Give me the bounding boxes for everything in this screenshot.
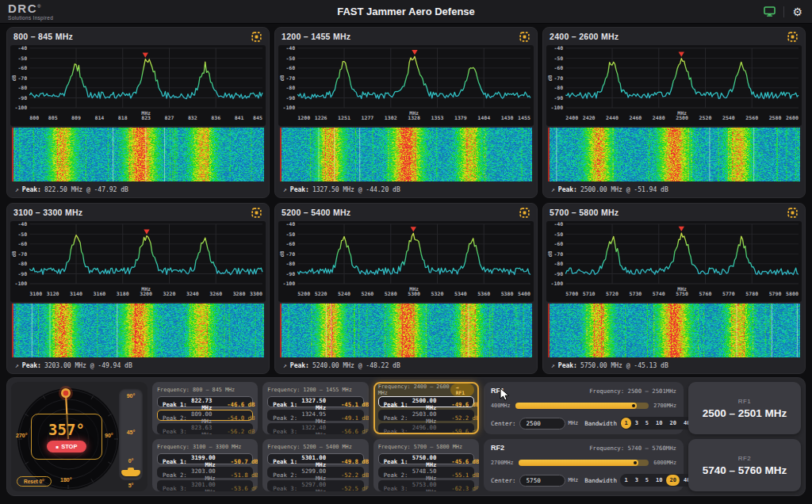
bandwidth-option-3[interactable]: 3 — [631, 475, 642, 486]
bandwidth-option-10[interactable]: 10 — [653, 418, 666, 429]
svg-text:-50: -50 — [17, 55, 27, 62]
elevation-handle[interactable] — [121, 470, 140, 476]
bandwidth-option-20[interactable]: 20 — [666, 418, 680, 429]
peak-row[interactable]: Peak 2:809.00 MHz-54.0 dB — [157, 410, 253, 421]
spectrum-chart: -40-50-60-70-80-90-100dB8008058098148188… — [10, 45, 266, 126]
peak-row-label: Peak 3: — [384, 485, 412, 492]
svg-text:2440: 2440 — [606, 115, 619, 121]
slider-min-label: 2700MHz — [491, 460, 514, 466]
svg-text:1200: 1200 — [297, 115, 310, 121]
bandwidth-label: Bandwidth — [584, 420, 617, 427]
chip-icon[interactable] — [787, 31, 799, 43]
svg-text:823: 823 — [141, 115, 151, 121]
svg-text:841: 841 — [235, 115, 244, 121]
chip-icon[interactable] — [251, 207, 262, 219]
svg-text:5280: 5280 — [385, 291, 397, 297]
rf-controls: RF1 Frequency: 2500 – 2501MHz 400MHz 270… — [484, 382, 684, 491]
chip-icon[interactable] — [519, 31, 530, 43]
peak-row-db: -53.6 dB — [220, 485, 259, 492]
svg-text:5200: 5200 — [297, 291, 310, 297]
svg-text:-80: -80 — [17, 261, 27, 267]
frequency-slider[interactable] — [519, 460, 649, 466]
svg-text:818: 818 — [118, 115, 128, 121]
rf-output-card[interactable]: RF25740 – 5760 MHz — [688, 439, 801, 491]
peak-table-title: Frequency: 5200 – 5400 MHz — [267, 444, 351, 450]
peak-row-db: -51.8 dB — [220, 472, 259, 479]
peak-row[interactable]: Peak 2:3203.00 MHz-51.8 dB — [157, 467, 253, 478]
display-icon[interactable] — [762, 5, 777, 18]
spectrum-panel: 2400 – 2600 MHz -40-50-60-70-80-90-100dB… — [542, 27, 806, 198]
logo-tagline: Solutions Inspired — [8, 16, 53, 21]
peak-row[interactable]: Peak 3:5753.00 MHz-62.3 dB — [378, 480, 474, 491]
svg-text:1251: 1251 — [338, 115, 350, 121]
frequency-slider[interactable] — [515, 403, 649, 409]
peak-row[interactable]: Peak 2:5299.00 MHz-52.2 dB — [267, 467, 363, 478]
peak-row[interactable]: Peak 2:5748.50 MHz-55.1 dB — [378, 467, 474, 478]
stop-label: STOP — [61, 443, 77, 450]
svg-text:MHz: MHz — [141, 286, 151, 292]
peak-row-db: -52.2 dB — [331, 472, 369, 479]
bandwidth-option-1[interactable]: 1 — [621, 418, 631, 429]
peak-row-label: Peak 1: — [273, 401, 301, 408]
svg-text:dB: dB — [279, 250, 285, 257]
chip-icon[interactable] — [251, 31, 262, 43]
bandwidth-option-5[interactable]: 5 — [642, 475, 652, 486]
bandwidth-option-5[interactable]: 5 — [642, 418, 652, 429]
peak-readout-label: Peak: — [22, 186, 41, 193]
center-frequency-input[interactable] — [519, 418, 565, 430]
rf-output-name: RF2 — [738, 455, 752, 462]
peak-row[interactable]: Peak 1:2500.00 MHz-49.6 dB — [378, 396, 474, 407]
stop-button[interactable]: ■ STOP — [47, 441, 87, 452]
peak-row-db: -45.6 dB — [441, 458, 479, 465]
center-unit-label: MHz — [569, 420, 579, 426]
peak-tables: Frequency: 800 – 845 MHz Peak 1:822.73 M… — [152, 382, 479, 491]
slider-fill — [519, 460, 639, 466]
settings-gear-icon[interactable]: ⚙ — [791, 5, 804, 19]
panel-title: 800 – 845 MHz — [13, 32, 73, 41]
waterfall-spectrogram — [12, 128, 264, 181]
rf-output-card[interactable]: RF12500 – 2501 MHz — [688, 382, 801, 434]
peak-row[interactable]: Peak 1:822.73 MHz-46.6 dB — [157, 396, 253, 407]
svg-text:-60: -60 — [17, 241, 27, 247]
peak-row[interactable]: Peak 3:2496.00 MHz-59.6 dB — [378, 423, 474, 434]
peak-row[interactable]: Peak 2:2503.00 MHz-52.2 dB — [378, 410, 474, 421]
peak-row[interactable]: Peak 3:5297.00 MHz-52.5 dB — [267, 480, 363, 491]
peak-row[interactable]: Peak 1:3199.00 MHz-50.7 dB — [157, 453, 253, 464]
peak-row-label: Peak 2: — [384, 472, 412, 479]
svg-text:2540: 2540 — [722, 115, 735, 121]
azimuth-readout-box: 357° ■ STOP — [31, 414, 102, 460]
spectrum-chart: -40-50-60-70-80-90-100dB5700571057205730… — [546, 221, 802, 302]
elevation-slider[interactable]: 90° 45° 0° — [119, 388, 143, 480]
svg-text:-70: -70 — [17, 75, 27, 82]
bandwidth-option-1[interactable]: 1 — [621, 475, 631, 486]
bandwidth-option-20[interactable]: 20 — [666, 475, 680, 486]
peak-row[interactable]: Peak 3:823.63 MHz-56.2 dB — [157, 423, 253, 434]
chip-icon[interactable] — [787, 207, 799, 219]
chip-icon[interactable] — [519, 207, 530, 219]
bandwidth-option-10[interactable]: 10 — [653, 475, 666, 486]
peak-row[interactable]: Peak 2:1324.95 MHz-49.1 dB — [267, 410, 363, 421]
bandwidth-option-3[interactable]: 3 — [631, 418, 642, 429]
waterfall-spectrogram — [280, 128, 532, 181]
svg-text:2560: 2560 — [745, 115, 758, 121]
peak-row-frequency: 5301.00 MHz — [301, 454, 331, 468]
peak-row-frequency: 3203.00 MHz — [191, 468, 220, 482]
svg-text:1302: 1302 — [385, 115, 397, 121]
elevation-label-below: 5° — [119, 483, 143, 488]
elevation-label-45: 45° — [119, 430, 143, 435]
peak-row[interactable]: Peak 3:1322.40 MHz-56.6 dB — [267, 423, 363, 434]
center-frequency-input[interactable] — [519, 475, 565, 487]
svg-text:832: 832 — [188, 115, 197, 121]
svg-text:-100: -100 — [14, 281, 27, 287]
peak-row[interactable]: Peak 1:1327.50 MHz-45.1 dB — [267, 396, 363, 407]
peak-row[interactable]: Peak 1:5301.00 MHz-49.8 dB — [267, 453, 363, 464]
slider-max-label: 6000MHz — [653, 460, 676, 466]
svg-text:-90: -90 — [285, 95, 295, 101]
reset-azimuth-button[interactable]: Reset 0° — [17, 476, 52, 487]
peak-row-label: Peak 1: — [273, 458, 301, 465]
svg-text:-60: -60 — [17, 65, 27, 71]
stop-icon: ■ — [56, 445, 59, 449]
peak-row[interactable]: Peak 1:5750.00 MHz-45.6 dB — [378, 453, 474, 464]
peak-row-frequency: 3199.00 MHz — [191, 454, 220, 468]
peak-row[interactable]: Peak 3:3201.00 MHz-53.6 dB — [157, 480, 253, 491]
